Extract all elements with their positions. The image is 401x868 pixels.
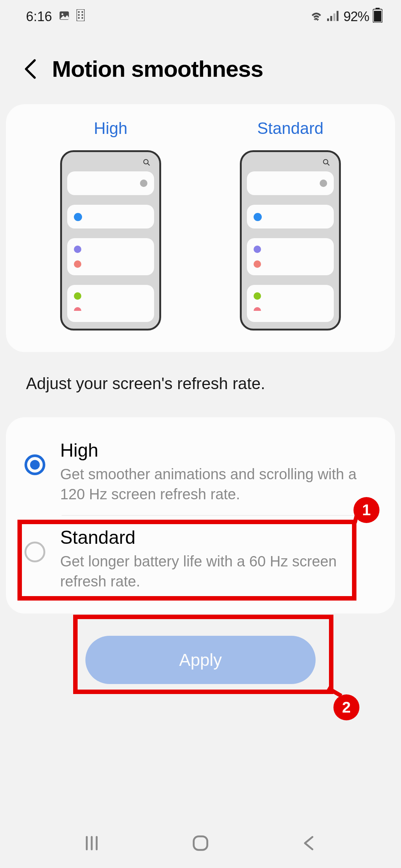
preview-standard[interactable]: Standard [240,119,341,331]
wifi-icon [309,9,323,24]
svg-line-17 [148,164,150,165]
battery-percentage: 92% [343,9,369,24]
signal-icon [327,9,340,24]
option-title-high: High [60,440,376,461]
recents-icon[interactable] [82,834,101,854]
annotation-badge-1: 1 [353,497,379,523]
preview-label-high: High [94,119,128,138]
svg-rect-6 [82,14,83,16]
preview-high[interactable]: High [60,119,161,331]
battery-icon [373,8,382,26]
svg-rect-4 [82,11,83,13]
svg-rect-12 [336,11,338,21]
preview-label-standard: Standard [257,119,324,138]
annotation-badge-2: 2 [333,694,359,720]
nav-back-icon[interactable] [300,834,319,854]
gallery-icon [59,9,70,24]
search-icon [143,159,150,166]
section-description: Adjust your screen's refresh rate. [0,352,401,411]
svg-rect-10 [330,16,332,21]
svg-rect-8 [82,17,83,19]
back-icon[interactable] [22,58,37,80]
svg-point-18 [323,160,328,164]
svg-rect-5 [78,14,79,16]
svg-rect-23 [194,836,208,850]
search-icon [323,159,330,166]
header: Motion smoothness [0,33,401,104]
phone-preview-high [60,150,161,331]
svg-point-16 [144,160,148,164]
annotation-box-2 [73,615,333,694]
option-desc-high: Get smoother animations and scrolling wi… [60,464,376,504]
annotation-box-1 [17,520,356,601]
home-icon[interactable] [191,834,210,854]
status-time: 6:16 [26,9,52,24]
navigation-bar [0,820,401,868]
svg-rect-7 [78,17,79,19]
phone-preview-standard [240,150,341,331]
page-title: Motion smoothness [52,56,263,82]
radio-high[interactable] [25,454,45,475]
status-bar: 6:16 92% [0,0,401,33]
svg-line-19 [327,164,329,165]
svg-rect-11 [333,13,335,21]
preview-card: High Standard [6,104,395,352]
svg-rect-15 [374,11,381,22]
svg-rect-3 [78,11,79,13]
svg-point-1 [62,13,63,15]
option-high[interactable]: High Get smoother animations and scrolli… [6,428,395,515]
svg-rect-9 [327,19,329,21]
svg-rect-2 [76,9,84,21]
sim-icon [76,9,85,24]
